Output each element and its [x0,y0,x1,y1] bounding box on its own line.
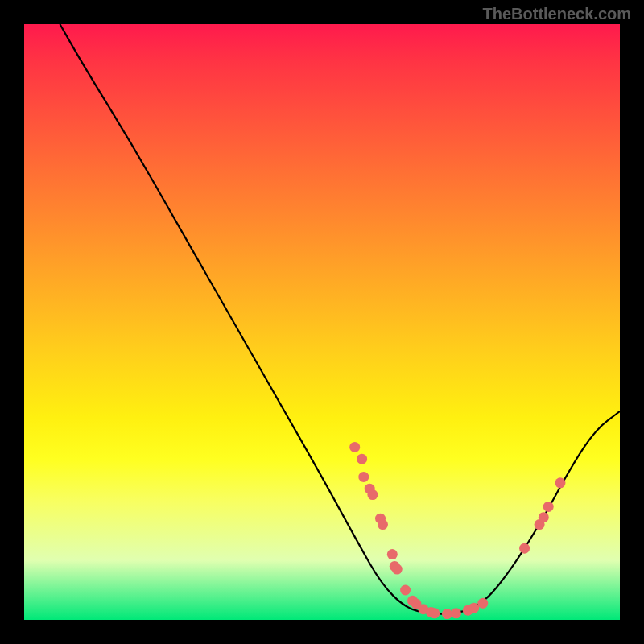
chart-marker [392,564,402,575]
chart-marker [400,585,411,596]
chart-markers [349,442,565,619]
chart-marker [429,608,440,618]
chart-marker [357,454,367,464]
chart-marker [451,608,461,618]
chart-marker [519,543,530,554]
chart-marker [349,442,360,452]
chart-marker [539,512,549,522]
chart-marker [543,502,554,512]
chart-plot-area [24,24,620,620]
chart-marker [442,609,452,619]
watermark-text: TheBottleneck.com [483,5,631,23]
chart-marker [358,472,369,482]
chart-marker [387,549,398,559]
chart-marker [469,603,479,613]
chart-marker [555,477,566,488]
chart-marker [367,489,378,500]
chart-marker [477,598,488,609]
chart-svg [24,24,620,620]
chart-marker [378,519,388,530]
